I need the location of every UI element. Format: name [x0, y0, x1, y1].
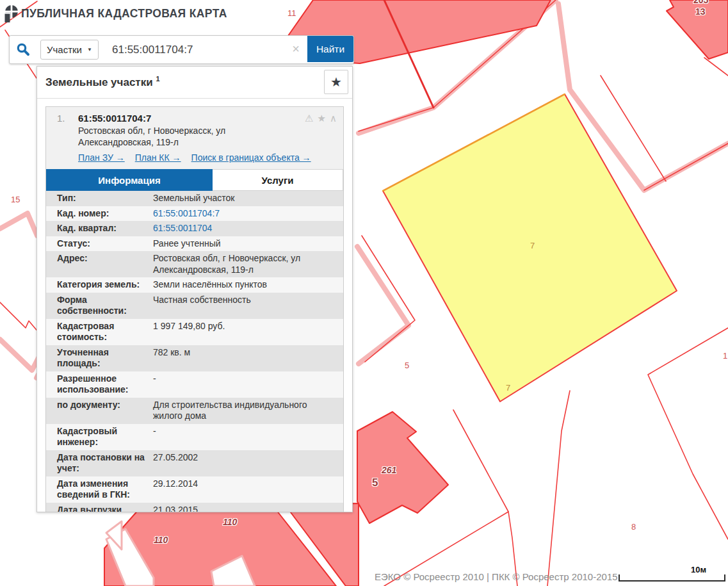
- info-row: Уточненная площадь:782 кв. м: [46, 345, 343, 371]
- map-parcel-line: [648, 328, 728, 539]
- info-row: Кад. квартал:61:55:0011704: [46, 221, 343, 236]
- result-link[interactable]: План ЗУ →: [78, 152, 125, 163]
- info-label: Уточненная площадь:: [57, 347, 153, 370]
- map-attribution: ЕЭКО © Росреестр 2010 | ПКК © Росреестр …: [375, 571, 618, 582]
- map-parcel-line: [601, 76, 666, 181]
- scale-label: 10м: [691, 565, 706, 574]
- app-title: ПУБЛИЧНАЯ КАДАСТРОВАЯ КАРТА: [21, 7, 227, 20]
- info-label: Кадастровый инженер:: [57, 426, 153, 448]
- clear-search-icon[interactable]: ×: [292, 42, 300, 56]
- info-value: Ранее учтенный: [153, 238, 337, 250]
- info-value: 1 997 149,80 руб.: [153, 321, 337, 343]
- search-icon: [16, 42, 31, 57]
- info-label: Дата постановки на учет:: [57, 452, 153, 475]
- app: 112051315775812615110110 ЕЭКО © Росреест…: [0, 0, 728, 586]
- star-icon: ★: [330, 75, 342, 89]
- scale-bar: 10м: [619, 574, 725, 582]
- info-value: 27.05.2002: [153, 452, 337, 475]
- info-value: -: [153, 426, 337, 448]
- info-value-link[interactable]: 61:55:0011704: [153, 223, 337, 234]
- info-label: Категория земель:: [57, 279, 153, 291]
- selected-parcel[interactable]: [383, 94, 677, 402]
- info-label: Форма собственности:: [57, 295, 153, 317]
- info-row: Адрес:Ростовская обл, г Новочеркасск, ул…: [46, 251, 343, 277]
- info-label: Дата изменения сведений в ГКН:: [57, 478, 153, 501]
- tab-information[interactable]: Информация: [46, 169, 213, 191]
- info-label: Кад. квартал:: [57, 223, 153, 234]
- result-link[interactable]: Поиск в границах объекта →: [191, 152, 311, 163]
- info-row: Дата постановки на учет:27.05.2002: [46, 450, 343, 476]
- info-row: Категория земель:Земли населённых пункто…: [46, 277, 343, 293]
- rosreestr-logo-icon: [3, 4, 19, 24]
- info-value: 782 кв. м: [153, 347, 337, 370]
- info-value: Частная собственность: [153, 295, 337, 317]
- tab-services[interactable]: Услуги: [213, 169, 343, 191]
- map-parcel-line: [453, 410, 517, 586]
- result-address: Ростовская обл, г Новочеркасск, ул Алекс…: [46, 124, 343, 148]
- map-parcel-line: [704, 58, 728, 76]
- result-tabs: ИнформацияУслуги: [46, 169, 343, 191]
- panel-title: Земельные участки 1: [45, 75, 160, 89]
- info-row: Статус:Ранее учтенный: [46, 236, 343, 252]
- info-label: по документу:: [57, 400, 153, 422]
- info-row: Дата выгрузки сведений из ГКН:21.03.2015: [46, 503, 343, 513]
- search-category-label: Участки: [47, 44, 82, 55]
- info-row: по документу:Для строительства индивидуа…: [46, 398, 343, 424]
- info-label: Статус:: [57, 238, 153, 250]
- info-label: Дата выгрузки сведений из ГКН:: [57, 505, 153, 513]
- info-table: Тип:Земельный участокКад. номер:61:55:00…: [46, 191, 343, 512]
- info-value: Ростовская обл, г Новочеркасск, ул Алекс…: [153, 253, 337, 275]
- info-label: Разрешенное использование:: [57, 373, 153, 396]
- result-head: 1. 61:55:0011704:7 ⚠ ★ ∧: [46, 113, 343, 124]
- info-row: Тип:Земельный участок: [46, 191, 343, 206]
- result-card: 1. 61:55:0011704:7 ⚠ ★ ∧ Ростовская обл,…: [45, 106, 344, 512]
- info-row: Кадастровый инженер:-: [46, 424, 343, 450]
- search-bar: Участки ▼ × Найти: [9, 35, 354, 64]
- result-index: 1.: [57, 113, 78, 124]
- chevron-down-icon: ▼: [87, 47, 92, 53]
- collapse-icon[interactable]: ∧: [330, 113, 337, 124]
- search-input[interactable]: [111, 36, 293, 63]
- info-row: Форма собственности:Частная собственност…: [46, 293, 343, 319]
- map-boundary-band: [357, 247, 408, 364]
- info-label: Адрес:: [57, 253, 153, 275]
- info-label: Кадастровая стоимость:: [57, 321, 153, 343]
- favorites-button[interactable]: ★: [324, 70, 348, 94]
- info-value: Земли населённых пунктов: [153, 279, 337, 291]
- map-building[interactable]: [357, 412, 448, 523]
- info-value: Для строительства индивидуального жилого…: [153, 400, 337, 422]
- info-value: Земельный участок: [153, 193, 337, 204]
- result-count: 1: [156, 75, 159, 83]
- star-icon[interactable]: ★: [318, 113, 326, 124]
- search-button[interactable]: Найти: [307, 36, 353, 62]
- info-value: -: [153, 373, 337, 396]
- info-row: Дата изменения сведений в ГКН:29.12.2014: [46, 476, 343, 503]
- info-row: Кадастровая стоимость:1 997 149,80 руб.: [46, 319, 343, 345]
- result-link[interactable]: План КК →: [135, 152, 181, 163]
- info-label: Тип:: [57, 193, 153, 204]
- results-panel: Земельные участки 1 ★ 1. 61:55:0011704:7…: [36, 66, 353, 512]
- info-label: Кад. номер:: [57, 208, 153, 220]
- info-row: Разрешенное использование:-: [46, 371, 343, 398]
- warning-icon[interactable]: ⚠: [305, 113, 313, 124]
- info-row: Кад. номер:61:55:0011704:7: [46, 206, 343, 222]
- result-links: План ЗУ →План КК →Поиск в границах объек…: [46, 148, 343, 165]
- panel-header: Земельные участки 1 ★: [37, 67, 352, 99]
- info-value: 29.12.2014: [153, 478, 337, 501]
- info-value-link[interactable]: 61:55:0011704:7: [153, 208, 337, 220]
- search-category-dropdown[interactable]: Участки ▼: [40, 40, 99, 60]
- map-building[interactable]: [667, 0, 728, 59]
- result-cadastral-number: 61:55:0011704:7: [78, 113, 151, 124]
- info-value: 21.03.2015: [153, 505, 337, 513]
- map-parcel-line: [547, 391, 570, 586]
- map-boundary-band: [0, 213, 37, 236]
